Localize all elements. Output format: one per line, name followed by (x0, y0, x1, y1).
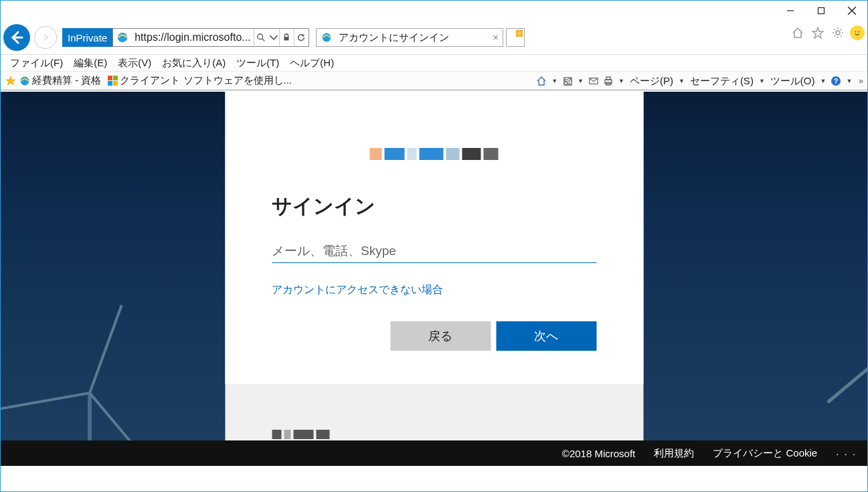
favorite-item-1-label: 経費精算 - 資格 (32, 74, 101, 87)
tab-title: アカウントにサインイン (336, 31, 489, 44)
favorites-star-icon[interactable] (810, 25, 826, 41)
chevron-down-icon[interactable]: ▼ (677, 78, 686, 84)
footer-privacy-link[interactable]: プライバシーと Cookie (713, 447, 817, 460)
cmd-safety-menu[interactable]: セーフティ(S) (689, 75, 755, 88)
page-content: サインイン アカウントにアクセスできない場合 戻る 次へ ©2018 Micro… (1, 92, 867, 466)
svg-point-10 (836, 31, 840, 35)
cmd-page-menu[interactable]: ページ(P) (628, 75, 675, 88)
svg-point-12 (858, 31, 859, 32)
forward-button[interactable] (34, 26, 57, 49)
page-footer: ©2018 Microsoft 利用規約 プライバシーと Cookie · · … (1, 440, 867, 466)
login-card: サインイン アカウントにアクセスできない場合 戻る 次へ (225, 92, 643, 384)
favorite-item-2-label: クライアント ソフトウェアを使用し... (120, 74, 292, 87)
brand-logo-redacted (272, 142, 596, 166)
add-favorite-star-icon[interactable] (5, 75, 17, 87)
microsoft-logo-icon (108, 76, 118, 86)
svg-rect-18 (606, 77, 610, 80)
login-panel: サインイン アカウントにアクセスできない場合 戻る 次へ (225, 92, 643, 466)
chevron-down-icon[interactable]: ▼ (845, 78, 853, 84)
back-button[interactable]: 戻る (390, 321, 491, 351)
svg-point-11 (855, 31, 857, 32)
footer-more-icon[interactable]: · · · (836, 448, 857, 459)
menu-file[interactable]: ファイル(F) (5, 56, 68, 71)
cmd-help-icon[interactable]: ? (830, 75, 842, 87)
favorite-item-1[interactable]: 経費精算 - 資格 (19, 74, 108, 87)
svg-rect-8 (284, 37, 289, 40)
cmd-print-icon[interactable] (602, 75, 614, 87)
menu-edit[interactable]: 編集(E) (68, 56, 112, 71)
settings-gear-icon[interactable] (830, 25, 846, 41)
inprivate-badge: InPrivate (62, 28, 112, 47)
svg-point-15 (565, 82, 567, 84)
next-button[interactable]: 次へ (496, 321, 596, 351)
new-tab-button[interactable] (506, 28, 525, 47)
svg-line-7 (262, 39, 265, 42)
svg-text:?: ? (834, 78, 838, 85)
signin-heading: サインイン (272, 193, 596, 220)
chevron-down-icon[interactable]: ▼ (550, 78, 559, 84)
footer-copyright: ©2018 Microsoft (562, 448, 635, 459)
command-bar: ▼ ▼ ▼ ページ(P) ▼ セーフティ(S) ▼ ツール(O) ▼ ? ▼ » (535, 72, 863, 90)
favorites-bar: 経費精算 - 資格 クライアント ソフトウェアを使用し... ▼ ▼ ▼ ページ… (1, 72, 867, 90)
search-dropdown-icon[interactable] (268, 29, 279, 46)
close-button[interactable] (837, 1, 867, 21)
minimize-button[interactable] (775, 1, 806, 21)
tab-close-button[interactable]: × (489, 31, 503, 44)
chevron-down-icon[interactable]: ▼ (758, 78, 766, 84)
chevron-down-icon[interactable]: ▼ (818, 78, 827, 84)
window-controls (775, 1, 867, 21)
menu-tools[interactable]: ツール(T) (231, 56, 284, 71)
search-icon[interactable] (254, 29, 268, 46)
address-bar[interactable]: https://login.microsofto... (112, 28, 309, 47)
feedback-smiley-icon[interactable] (850, 25, 865, 40)
ie-icon (115, 30, 130, 45)
favorite-item-2[interactable]: クライアント ソフトウェアを使用し... (108, 74, 298, 87)
footer-terms-link[interactable]: 利用規約 (654, 447, 694, 460)
cant-access-account-link[interactable]: アカウントにアクセスできない場合 (272, 283, 443, 297)
navigation-toolbar: InPrivate https://login.microsofto... アカ… (1, 21, 867, 54)
menu-favorites[interactable]: お気に入り(A) (157, 56, 231, 71)
menu-view[interactable]: 表示(V) (112, 56, 157, 71)
button-row: 戻る 次へ (272, 321, 596, 351)
menu-help[interactable]: ヘルプ(H) (284, 56, 339, 71)
cmd-home-icon[interactable] (535, 75, 547, 87)
lock-icon[interactable] (279, 29, 294, 46)
menu-bar: ファイル(F) 編集(E) 表示(V) お気に入り(A) ツール(T) ヘルプ(… (1, 54, 867, 72)
cmd-tools-menu[interactable]: ツール(O) (769, 75, 816, 88)
tab-favicon-ie-icon (319, 30, 334, 45)
browser-right-icons (790, 25, 865, 41)
svg-point-6 (258, 34, 263, 39)
back-button[interactable] (3, 24, 30, 51)
window-titlebar (1, 1, 867, 21)
maximize-button[interactable] (806, 1, 837, 21)
footer-brand-redacted (272, 430, 329, 439)
url-text[interactable]: https://login.microsofto... (132, 31, 253, 44)
cmd-feeds-icon[interactable] (561, 75, 574, 87)
refresh-icon[interactable] (294, 29, 309, 46)
svg-rect-1 (818, 8, 824, 14)
chevron-down-icon[interactable]: ▼ (617, 78, 626, 84)
cmd-mail-icon[interactable] (588, 75, 600, 87)
overflow-chevrons-icon[interactable]: » (859, 76, 863, 86)
chevron-down-icon[interactable]: ▼ (576, 78, 585, 84)
signin-identifier-input[interactable] (272, 239, 596, 263)
browser-tab[interactable]: アカウントにサインイン × (316, 28, 503, 47)
home-icon[interactable] (790, 25, 806, 41)
